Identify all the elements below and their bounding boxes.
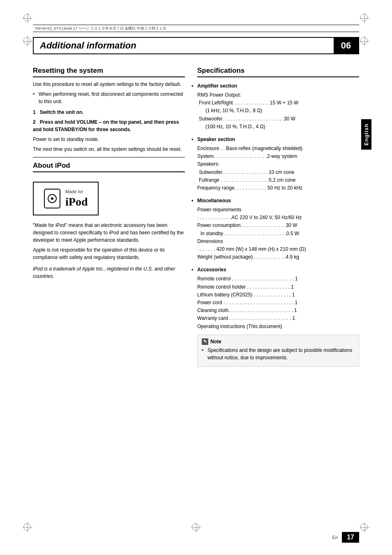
accessory-item: Remote control holder . . . . . . . . . … (197, 283, 359, 291)
rms-label: RMS Power Output: (197, 91, 359, 99)
chapter-number: 06 (334, 38, 358, 53)
ipod-para2: Apple is not responsible for the operati… (33, 246, 185, 261)
reg-mark-top-left (23, 13, 32, 23)
power-req-spec: . . . . . . . . . . . . .AC 220 V to 240… (197, 214, 359, 222)
dimensions-spec: . . . . . . . 420 mm (W) x 148 mm (H) x … (197, 245, 359, 253)
right-column: Specifications Amplifier section RMS Pow… (197, 67, 359, 367)
reg-mark-mid-right (360, 36, 369, 46)
specs-heading: Specifications (197, 67, 359, 77)
accessories-list: Remote control . . . . . . . . . . . . .… (197, 275, 359, 330)
sub-cone-spec: Subwoofer. . . . . . . . . . . . . . . .… (197, 169, 359, 176)
note-heading-row: ✎ Note (202, 338, 355, 345)
accessory-item: Cleaning cloth. . . . . . . . . . . . . … (197, 307, 359, 314)
amplifier-heading: Amplifier section (191, 82, 359, 90)
accessories-section: Accessories Remote control . . . . . . .… (197, 266, 359, 330)
weight-spec: Weight (without package) . . . . . . . .… (197, 253, 359, 261)
file-info-bar: XW-NAS3_SYXJ.book 17 ページ ２０１９年８月７日 金曜日 午… (33, 25, 359, 32)
standby-spec: In standby . . . . . . . . . . . . . . .… (197, 230, 359, 238)
step2-detail1: Power is set to standby mode. (33, 136, 185, 143)
system-spec: System. . . . . . . . . . . . . . . . . … (197, 153, 359, 160)
reg-mark-bottom-left (23, 523, 32, 532)
subwoofer-sub-spec: (100 Hz, 10 %, T.H.D., 4 Ω) (197, 123, 359, 131)
ipod-heading: About iPod (33, 162, 185, 172)
ipod-section: About iPod Made for iPod "Made for iPod"… (33, 162, 185, 280)
dimensions-label: Dimensions (197, 238, 359, 245)
two-column-layout: Resetting the system Use this procedure … (33, 67, 359, 367)
ipod-para1: "Made for iPod" means that an electronic… (33, 222, 185, 244)
note-text: Specifications and the design are subjec… (202, 347, 355, 361)
speakers-label: Speakers: (197, 160, 359, 168)
freq-spec: Frequency range. . . . . . . . . . . . 5… (197, 184, 359, 192)
power-req-label: Power requirements (197, 206, 359, 214)
subwoofer-spec: Subwoofer. . . . . . . . . . . . . . . .… (197, 115, 359, 123)
left-column: Resetting the system Use this procedure … (33, 67, 185, 367)
reset-intro: Use this procedure to reset all system s… (33, 81, 185, 88)
note-box: ✎ Note Specifications and the design are… (197, 335, 359, 367)
note-icon: ✎ (202, 338, 208, 345)
accessory-item: Lithium battery (CR2025) . . . . . . . .… (197, 291, 359, 299)
page-number: 17 (342, 532, 359, 543)
reset-bullet1: When performing reset, first disconnect … (33, 90, 185, 105)
speaker-heading: Speaker section (191, 136, 359, 143)
front-sub-spec: (1 kHz, 10 %, T.H.D., 8 Ω) (197, 107, 359, 115)
step2-heading: Press and hold VOLUME – on the top panel… (33, 119, 179, 132)
accessory-item: Remote control . . . . . . . . . . . . .… (197, 275, 359, 283)
language-sidebar-tab: English (361, 119, 371, 150)
step2-detail2: The next time you switch on, all the sys… (33, 146, 185, 153)
reg-mark-mid-left (23, 36, 32, 46)
bottom-bar: En 17 (33, 532, 359, 543)
reset-step2: 2 Press and hold VOLUME – on the top pan… (33, 118, 185, 133)
consumption-spec: Power consumption. . . . . . . . . . . .… (197, 222, 359, 229)
front-spec: Front Left/Right. . . . . . . . . . . . … (197, 99, 359, 107)
misc-heading: Miscellaneous (191, 197, 359, 204)
page-locale: En (332, 535, 338, 540)
page-title: Additional information (40, 40, 136, 51)
page-header: Additional information 06 (33, 37, 359, 54)
step1-text: Switch the unit on. (40, 109, 84, 115)
ipod-device-icon (44, 189, 60, 208)
ipod-brand-text: iPod (65, 195, 88, 208)
ipod-logo-text: Made for iPod (65, 189, 88, 208)
speaker-section: Speaker section Enclosure . . Bass-refle… (197, 136, 359, 192)
amplifier-section: Amplifier section RMS Power Output: Fron… (197, 82, 359, 131)
header-title-area: Additional information (34, 38, 334, 53)
step2-number: 2 (33, 119, 36, 125)
reg-mark-bottom-center (191, 523, 201, 532)
ipod-trademark: iPod is a trademark of Apple Inc., regis… (33, 265, 185, 280)
reset-section: Resetting the system Use this procedure … (33, 67, 185, 153)
accessories-heading: Accessories (191, 266, 359, 273)
note-label: Note (210, 339, 221, 345)
step1-number: 1 (33, 109, 36, 115)
made-for-label: Made for (65, 189, 83, 194)
misc-section: Miscellaneous Power requirements . . . .… (197, 197, 359, 261)
accessory-item: Operating instructions (This document) (197, 323, 359, 331)
file-info-text: XW-NAS3_SYXJ.book 17 ページ ２０１９年８月７日 金曜日 午… (35, 26, 166, 31)
reset-step1: 1 Switch the unit on. (33, 109, 185, 116)
reg-mark-bottom-right (360, 523, 369, 532)
reset-heading: Resetting the system (33, 67, 185, 77)
accessory-item: Warranty card . . . . . . . . . . . . . … (197, 314, 359, 322)
fullrange-spec: Fullrange . . . . . . . . . . . . . . . … (197, 176, 359, 184)
ipod-logo-box: Made for iPod (33, 182, 99, 215)
reg-mark-top-right (360, 13, 369, 23)
accessory-item: Power cord . . . . . . . . . . . . . . .… (197, 299, 359, 307)
page-content: Additional information 06 English Resett… (33, 37, 359, 530)
ipod-wheel-icon (48, 194, 57, 203)
enclosure-spec: Enclosure . . Bass-reflex (magnetically … (197, 145, 359, 153)
